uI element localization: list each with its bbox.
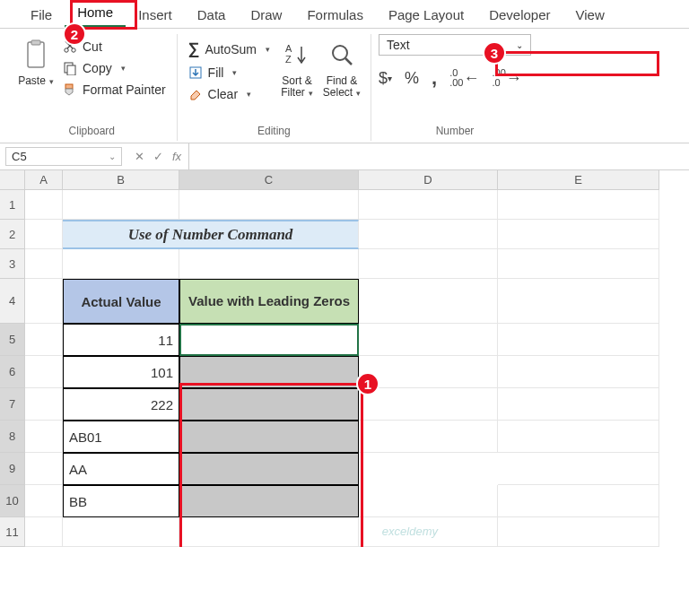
cell[interactable] [498,485,659,517]
cell[interactable] [25,453,63,485]
cell-c7[interactable] [179,388,359,421]
cell[interactable] [359,485,498,517]
tab-page-layout[interactable]: Page Layout [376,2,476,28]
row-header[interactable]: 3 [0,249,25,279]
number-format-dropdown[interactable]: Text ⌄ [379,34,531,56]
cell-b10[interactable]: BB [63,485,179,517]
cell-b6[interactable]: 101 [63,356,179,388]
cancel-icon[interactable]: ✕ [135,150,144,163]
cell[interactable] [498,220,659,249]
row-header[interactable]: 4 [0,279,25,324]
table-header-actual[interactable]: Actual Value [63,279,179,324]
formula-input[interactable] [188,143,689,169]
col-header-e[interactable]: E [498,170,659,190]
cell[interactable] [359,279,498,324]
cell[interactable] [25,485,63,517]
tab-data[interactable]: Data [185,2,239,28]
copy-button[interactable]: Copy [59,59,170,77]
select-all-corner[interactable] [0,170,25,190]
cell[interactable] [25,421,63,453]
cell[interactable] [25,249,63,279]
cell[interactable] [498,279,659,324]
find-select-button[interactable]: Find & Select [320,34,363,102]
cell[interactable] [25,324,63,356]
format-painter-button[interactable]: Format Painter [59,81,170,99]
decrease-decimal-button[interactable]: .00.0→ [492,68,521,88]
cell[interactable] [498,324,659,356]
cell[interactable] [25,279,63,324]
cell[interactable] [498,356,659,388]
cell[interactable] [25,356,63,388]
cell[interactable] [63,517,179,547]
cell[interactable] [25,517,63,547]
increase-decimal-button[interactable]: .0.00← [449,68,479,88]
comma-format-button[interactable]: , [432,66,437,90]
sort-filter-button[interactable]: AZ Sort & Filter [275,34,318,102]
col-header-d[interactable]: D [359,170,498,190]
cell-c5[interactable] [179,324,359,356]
cell-c8[interactable] [179,421,359,453]
cell[interactable] [359,453,498,485]
cell[interactable] [63,249,179,279]
cell[interactable] [359,421,498,453]
row-header[interactable]: 11 [0,517,25,547]
row-header[interactable]: 2 [0,220,25,249]
tab-view[interactable]: View [563,2,617,28]
cell-b8[interactable]: AB01 [63,421,179,453]
cell-b7[interactable]: 222 [63,388,179,421]
row-header[interactable]: 9 [0,453,25,485]
cell[interactable] [498,249,659,279]
row-header[interactable]: 5 [0,324,25,356]
table-title[interactable]: Use of Number Command [63,220,359,249]
col-header-b[interactable]: B [63,170,179,190]
fx-icon[interactable]: fx [172,150,181,163]
cell[interactable] [179,517,359,547]
svg-rect-0 [28,42,44,67]
table-header-leading[interactable]: Value with Leading Zeros [179,279,359,324]
worksheet-grid[interactable]: A B C D E 1 2 Use of Number Command 3 4 … [0,170,689,547]
enter-icon[interactable]: ✓ [153,150,163,163]
cell[interactable] [359,388,498,421]
cell-b9[interactable]: AA [63,453,179,485]
row-header[interactable]: 10 [0,485,25,517]
name-box[interactable]: C5 ⌄ [5,147,122,166]
tab-insert[interactable]: Insert [126,2,185,28]
cell[interactable] [25,388,63,421]
tab-formulas[interactable]: Formulas [294,2,376,28]
cell[interactable] [25,190,63,220]
cell[interactable] [63,190,179,220]
cell-c9[interactable] [179,453,359,485]
fill-button[interactable]: Fill [185,64,274,82]
cell[interactable] [179,249,359,279]
row-header[interactable]: 7 [0,388,25,421]
cell[interactable] [498,453,659,485]
cell[interactable] [25,220,63,249]
cell[interactable] [359,190,498,220]
tab-draw[interactable]: Draw [238,2,294,28]
cell[interactable] [359,356,498,388]
autosum-button[interactable]: ∑ AutoSum [185,38,274,60]
cell[interactable] [498,190,659,220]
row-header[interactable]: 6 [0,356,25,388]
cell[interactable] [359,249,498,279]
col-header-c[interactable]: C [179,170,359,190]
cell-c6[interactable] [179,356,359,388]
clear-button[interactable]: Clear [185,85,274,103]
cell[interactable] [359,324,498,356]
cell-b5[interactable]: 11 [63,324,179,356]
row-header[interactable]: 8 [0,421,25,453]
callout-marker-1: 1 [356,372,379,395]
tab-developer[interactable]: Developer [476,2,563,28]
col-header-a[interactable]: A [25,170,63,190]
cell[interactable] [179,190,359,220]
paste-button[interactable]: Paste [14,34,57,91]
cell[interactable] [498,517,659,547]
accounting-format-button[interactable]: $ ▾ [379,69,392,88]
cell[interactable] [359,220,498,249]
tab-file[interactable]: File [18,2,65,28]
cell-c10[interactable] [179,485,359,517]
cell[interactable] [498,421,659,453]
row-header[interactable]: 1 [0,190,25,220]
cell[interactable] [498,388,659,421]
percent-format-button[interactable]: % [405,69,419,88]
